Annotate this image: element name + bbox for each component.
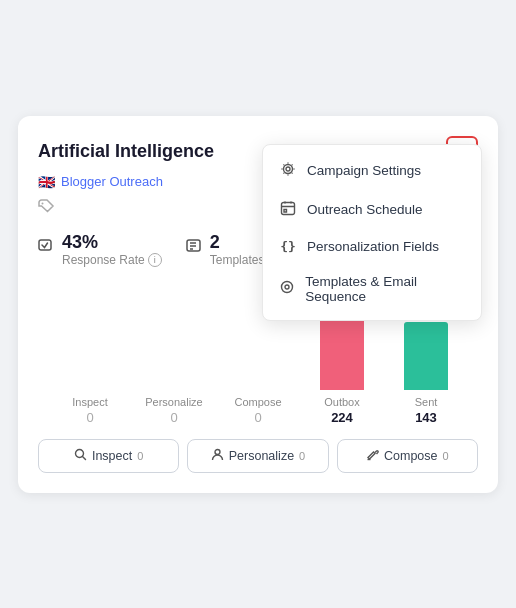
inspect-button-icon <box>74 448 87 464</box>
compose-button-icon <box>366 448 379 464</box>
campaign-settings-icon <box>279 161 297 180</box>
inspect-button-badge: 0 <box>137 450 143 462</box>
dropdown-item-outreach-schedule[interactable]: Outreach Schedule <box>263 190 481 229</box>
personalization-label: Personalization Fields <box>307 239 439 254</box>
dropdown-item-campaign-settings[interactable]: Campaign Settings <box>263 151 481 190</box>
chart-value-compose: 0 <box>254 410 261 425</box>
chart-label-outbox: Outbox <box>324 396 359 408</box>
svg-point-14 <box>286 167 290 171</box>
chart-label-compose: Compose <box>234 396 281 408</box>
templates-label: Templates <box>210 253 265 267</box>
outreach-schedule-icon <box>279 200 297 219</box>
inspect-button-label: Inspect <box>92 449 132 463</box>
personalize-button[interactable]: Personalize 0 <box>187 439 328 473</box>
chart-label-sent: Sent <box>415 396 438 408</box>
chart-label-personalize: Personalize <box>145 396 202 408</box>
templates-icon <box>279 279 295 298</box>
chart-label-inspect: Inspect <box>72 396 107 408</box>
subtitle-text: Blogger Outreach <box>61 174 163 189</box>
chart-col-compose: Compose 0 <box>216 390 300 425</box>
compose-button-badge: 0 <box>443 450 449 462</box>
page-title: Artificial Intelligence <box>38 141 214 162</box>
response-rate-stat: 43% Response Rate i <box>38 232 162 267</box>
chart-value-sent: 143 <box>415 410 437 425</box>
personalize-button-badge: 0 <box>299 450 305 462</box>
templates-values: 2 Templates <box>210 232 265 267</box>
campaign-settings-label: Campaign Settings <box>307 163 421 178</box>
chart-col-sent: Sent 143 <box>384 322 468 425</box>
personalization-icon: {} <box>279 239 297 254</box>
bar-sent <box>404 322 448 390</box>
personalize-button-icon <box>211 448 224 464</box>
svg-point-15 <box>284 164 293 173</box>
template-icon <box>186 239 204 259</box>
flag-icon: 🇬🇧 <box>38 174 55 190</box>
response-rate-value: 43% <box>62 232 162 253</box>
info-icon[interactable]: i <box>148 253 162 267</box>
main-card: Artificial Intelligence + <box>18 116 498 493</box>
bottom-buttons: Inspect 0 Personalize 0 Compose <box>38 439 478 473</box>
inspect-button[interactable]: Inspect 0 <box>38 439 179 473</box>
response-rate-values: 43% Response Rate i <box>62 232 162 267</box>
dropdown-item-personalization[interactable]: {} Personalization Fields <box>263 229 481 264</box>
dropdown-menu: Campaign Settings Outreach Schedule {} P… <box>262 144 482 321</box>
templates-email-label: Templates & Email Sequence <box>305 274 465 304</box>
compose-button[interactable]: Compose 0 <box>337 439 478 473</box>
svg-point-21 <box>215 449 220 454</box>
dropdown-item-templates[interactable]: Templates & Email Sequence <box>263 264 481 314</box>
outreach-schedule-label: Outreach Schedule <box>307 202 423 217</box>
chart-value-outbox: 224 <box>331 410 353 425</box>
chart-value-personalize: 0 <box>170 410 177 425</box>
svg-point-18 <box>285 285 289 289</box>
compose-button-label: Compose <box>384 449 438 463</box>
response-rate-label: Response Rate i <box>62 253 162 267</box>
svg-point-17 <box>282 282 293 293</box>
templates-stat: 2 Templates <box>186 232 265 267</box>
checkbox-icon <box>38 239 56 259</box>
tag-icon <box>38 198 56 218</box>
personalize-button-label: Personalize <box>229 449 294 463</box>
templates-value: 2 <box>210 232 265 253</box>
svg-rect-12 <box>39 240 51 250</box>
svg-point-11 <box>42 202 44 204</box>
chart-col-personalize: Personalize 0 <box>132 390 216 425</box>
chart-value-inspect: 0 <box>86 410 93 425</box>
chart-col-inspect: Inspect 0 <box>48 390 132 425</box>
